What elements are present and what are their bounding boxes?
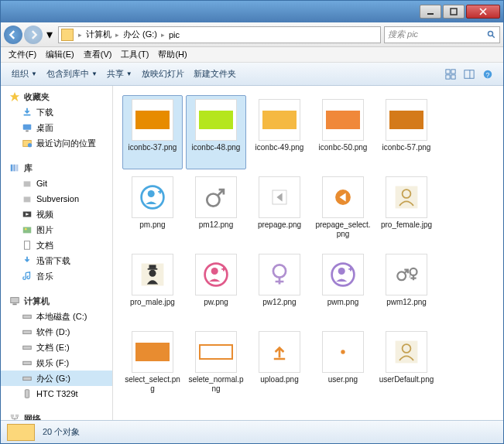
file-thumbnail (195, 254, 237, 295)
file-item[interactable]: userDefault.png (376, 327, 437, 401)
file-thumbnail (386, 99, 427, 141)
file-name: iconbc-57.png (382, 143, 431, 152)
sidebar-item-drive-g[interactable]: 办公 (G:) (1, 371, 112, 386)
sidebar-item-music[interactable]: 音乐 (1, 268, 112, 284)
back-button[interactable] (4, 26, 22, 44)
file-thumbnail (195, 99, 237, 141)
svg-rect-4 (451, 69, 455, 73)
file-item[interactable]: pm.png (122, 172, 183, 247)
file-name: pw.png (204, 298, 228, 307)
svg-rect-6 (451, 74, 455, 78)
file-thumbnail (386, 176, 427, 218)
toolbar-slideshow[interactable]: 放映幻灯片 (137, 68, 189, 80)
file-item[interactable]: pw.png (186, 250, 246, 324)
file-name: pm12.png (199, 220, 233, 230)
svg-point-24 (25, 228, 27, 231)
breadcrumb-item[interactable]: pic (167, 30, 181, 39)
toolbar-organize[interactable]: 组织▼ (7, 68, 42, 80)
file-item[interactable]: iconbc-49.png (249, 95, 310, 169)
sidebar-item-drive-c[interactable]: 本地磁盘 (C:) (1, 309, 112, 324)
preview-pane-button[interactable] (461, 67, 478, 82)
file-name: pw12.png (262, 298, 296, 307)
file-item[interactable]: iconbc-50.png (313, 95, 373, 169)
file-item[interactable]: iconbc-57.png (376, 95, 437, 169)
file-thumbnail (322, 331, 364, 373)
menubar: 文件(F) 编辑(E) 查看(V) 工具(T) 帮助(H) (1, 47, 503, 63)
sidebar-libraries-header[interactable]: 库 (1, 160, 112, 176)
file-item[interactable]: prepage.png (249, 172, 310, 247)
sidebar-item-drive-e[interactable]: 文档 (E:) (1, 340, 112, 355)
forward-button[interactable] (24, 26, 43, 44)
sidebar-item-xunlei[interactable]: 迅雷下载 (1, 253, 112, 268)
sidebar-network-header[interactable]: 网络 (1, 411, 112, 420)
file-name: iconbc-48.png (192, 143, 241, 152)
menu-file[interactable]: 文件(F) (4, 49, 41, 60)
search-input[interactable]: 搜索 pic (384, 26, 500, 43)
sidebar-item-htc[interactable]: HTC T329t (1, 386, 112, 401)
file-name: iconbc-49.png (255, 143, 304, 152)
svg-rect-29 (23, 330, 32, 333)
file-name: userDefault.png (379, 375, 434, 384)
svg-rect-7 (465, 70, 474, 78)
file-grid[interactable]: iconbc-37.pngiconbc-48.pngiconbc-49.pngi… (113, 86, 503, 420)
svg-rect-25 (25, 241, 30, 250)
file-name: pwm12.png (386, 298, 427, 307)
toolbar-share[interactable]: 共享▼ (102, 68, 137, 80)
file-thumbnail (386, 331, 427, 373)
sidebar-item-recent[interactable]: 最近访问的位置 (1, 135, 112, 151)
sidebar-item-drive-f[interactable]: 娱乐 (F:) (1, 355, 112, 371)
sidebar-item-documents[interactable]: 文档 (1, 237, 112, 253)
minimize-button[interactable] (420, 5, 441, 19)
menu-help[interactable]: 帮助(H) (153, 49, 191, 60)
svg-text:?: ? (486, 70, 490, 78)
search-icon (487, 30, 496, 39)
svg-rect-12 (23, 125, 32, 130)
file-item[interactable]: pm12.png (186, 172, 246, 247)
file-item[interactable]: pro_male.jpg (122, 250, 183, 324)
sidebar-item-downloads[interactable]: 下载 (1, 104, 112, 120)
file-item[interactable]: selete_normal.png (186, 327, 246, 401)
sidebar-item-svn[interactable]: Subversion (1, 191, 112, 207)
sidebar-item-videos[interactable]: 视频 (1, 207, 112, 222)
file-thumbnail (259, 331, 300, 373)
toolbar-include[interactable]: 包含到库中▼ (42, 68, 102, 80)
breadcrumb-item[interactable]: 计算机 (84, 29, 113, 40)
file-item[interactable]: pwm.png (313, 250, 373, 324)
file-item[interactable]: iconbc-37.png (122, 95, 183, 169)
svg-rect-3 (446, 69, 450, 73)
folder-icon (61, 29, 74, 41)
svg-rect-32 (23, 377, 32, 380)
nav-history-dropdown[interactable]: ▾ (44, 27, 55, 43)
view-options-button[interactable] (442, 67, 459, 82)
menu-view[interactable]: 查看(V) (79, 49, 117, 60)
file-item[interactable]: iconbc-48.png (186, 95, 246, 169)
breadcrumb[interactable]: ▸ 计算机 ▸ 办公 (G:) ▸ pic (58, 26, 381, 43)
svg-point-52 (273, 265, 286, 277)
menu-edit[interactable]: 编辑(E) (41, 49, 79, 60)
file-item[interactable]: select_select.png (122, 327, 183, 401)
file-thumbnail: / (386, 254, 427, 295)
sidebar-computer-header[interactable]: 计算机 (1, 293, 112, 309)
file-name: select_select.png (125, 375, 180, 393)
svg-rect-31 (23, 361, 32, 364)
breadcrumb-item[interactable]: 办公 (G:) (122, 29, 159, 40)
maximize-button[interactable] (443, 5, 465, 19)
file-name: upload.png (260, 375, 299, 384)
sidebar-item-desktop[interactable]: 桌面 (1, 120, 112, 135)
file-item[interactable]: user.png (313, 327, 373, 401)
file-item[interactable]: pw12.png (249, 250, 310, 324)
sidebar-item-pictures[interactable]: 图片 (1, 222, 112, 237)
sidebar-item-git[interactable]: Git (1, 176, 112, 191)
file-item[interactable]: /pwm12.png (376, 250, 437, 324)
close-button[interactable] (466, 5, 500, 19)
svg-point-38 (148, 190, 155, 197)
file-item[interactable]: pro_female.jpg (376, 172, 437, 247)
file-item[interactable]: prepage_select.png (313, 172, 373, 247)
svg-point-54 (338, 268, 345, 275)
file-item[interactable]: upload.png (249, 327, 310, 401)
menu-tools[interactable]: 工具(T) (116, 49, 153, 60)
sidebar-favorites-header[interactable]: 收藏夹 (1, 89, 112, 104)
toolbar-newfolder[interactable]: 新建文件夹 (189, 68, 241, 80)
help-button[interactable]: ? (479, 67, 496, 82)
sidebar-item-drive-d[interactable]: 软件 (D:) (1, 324, 112, 340)
